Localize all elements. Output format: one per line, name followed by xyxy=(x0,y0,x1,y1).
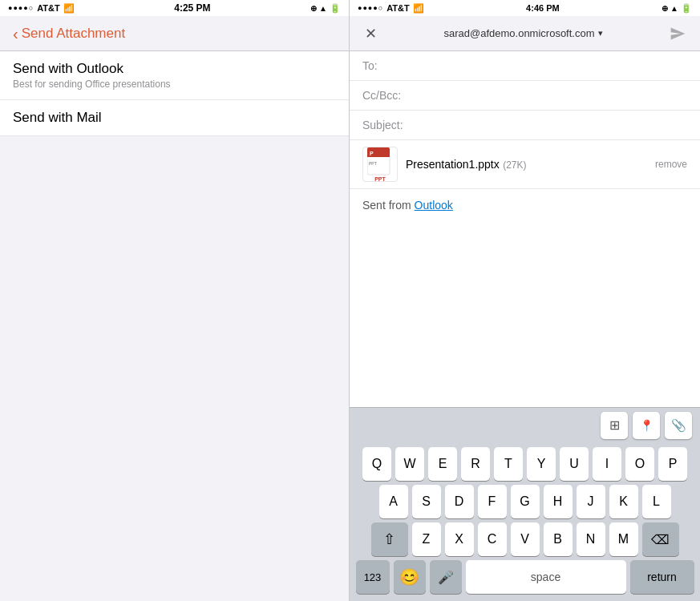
back-button[interactable]: ‹ Send Attachment xyxy=(13,26,125,42)
key-i[interactable]: I xyxy=(593,447,621,481)
key-c[interactable]: C xyxy=(478,522,507,556)
key-e[interactable]: E xyxy=(428,447,457,481)
key-m[interactable]: M xyxy=(609,522,638,556)
return-key[interactable]: return xyxy=(630,560,694,594)
send-button[interactable] xyxy=(665,21,690,46)
key-v[interactable]: V xyxy=(511,522,540,556)
key-x[interactable]: X xyxy=(445,522,474,556)
key-j[interactable]: J xyxy=(577,485,605,518)
key-w[interactable]: W xyxy=(395,447,424,481)
svg-text:P: P xyxy=(370,151,374,156)
nav-title-left: Send Attachment xyxy=(22,26,125,42)
attachment-details: Presentation1.pptx (27K) xyxy=(406,157,649,171)
sent-from-text: Sent from xyxy=(362,199,415,212)
key-d[interactable]: D xyxy=(445,485,474,518)
key-f[interactable]: F xyxy=(478,485,507,518)
wifi-icon-right: 📶 xyxy=(413,3,424,14)
signal-dots-left: ●●●●○ xyxy=(8,4,34,12)
keyboard-row-4: 123 😊 🎤 space return xyxy=(352,560,698,594)
keyboard-toolbar: ⊞ 📍 📎 xyxy=(350,407,700,442)
location-icon-right: ⊕ xyxy=(662,4,668,13)
from-email: sarad@afdemo.onmicrosoft.com xyxy=(443,27,594,39)
mic-key[interactable]: 🎤 xyxy=(430,560,462,594)
attachment-row: P PPT PPT Presentation1.pptx (27K) remov… xyxy=(350,140,700,189)
key-z[interactable]: Z xyxy=(412,522,441,556)
numbers-key[interactable]: 123 xyxy=(356,560,390,594)
shift-key[interactable]: ⇧ xyxy=(371,522,408,556)
attachment-size: (27K) xyxy=(503,159,526,171)
chevron-down-icon: ▾ xyxy=(598,28,603,38)
compose-fields: To: Cc/Bcc: Subject: xyxy=(350,51,700,140)
keyboard: Q W E R T Y U I O P A S D F G H J K L ⇧ … xyxy=(350,442,700,601)
photo-toolbar-button[interactable]: ⊞ xyxy=(601,412,628,439)
send-with-mail-title: Send with Mail xyxy=(13,110,336,126)
keyboard-row-1: Q W E R T Y U I O P xyxy=(352,447,698,481)
send-with-mail-item[interactable]: Send with Mail xyxy=(0,100,349,136)
keyboard-row-3: ⇧ Z X C V B N M ⌫ xyxy=(352,522,698,556)
subject-field-row: Subject: xyxy=(350,111,700,139)
to-field-row: To: xyxy=(350,51,700,81)
time-right: 4:46 PM xyxy=(526,3,560,13)
battery-icon-left: 🔋 xyxy=(330,3,341,14)
send-with-outlook-item[interactable]: Send with Outlook Best for sending Offic… xyxy=(0,51,349,100)
key-k[interactable]: K xyxy=(609,485,638,518)
signal-icon-right: ▲ xyxy=(670,4,678,13)
to-label: To: xyxy=(362,59,407,72)
svg-text:PPT: PPT xyxy=(369,161,377,166)
outlook-link[interactable]: Outlook xyxy=(415,199,453,212)
signal-icon-left: ▲ xyxy=(319,4,327,13)
wifi-icon-left: 📶 xyxy=(63,3,75,14)
compose-body[interactable]: Sent from Outlook xyxy=(350,189,700,407)
left-panel: ●●●●○ AT&T 📶 4:25 PM ⊕ ▲ 🔋 ‹ Send Attach… xyxy=(0,0,350,601)
emoji-key[interactable]: 😊 xyxy=(394,560,426,594)
backspace-key[interactable]: ⌫ xyxy=(642,522,679,556)
key-g[interactable]: G xyxy=(511,485,540,518)
key-b[interactable]: B xyxy=(544,522,573,556)
space-key[interactable]: space xyxy=(466,560,626,594)
signal-dots-right: ●●●●○ xyxy=(358,4,383,12)
remove-attachment-button[interactable]: remove xyxy=(649,159,687,170)
battery-icon-right: 🔋 xyxy=(681,3,692,14)
key-r[interactable]: R xyxy=(461,447,490,481)
key-y[interactable]: Y xyxy=(527,447,556,481)
key-l[interactable]: L xyxy=(642,485,671,518)
ccbcc-input[interactable] xyxy=(407,89,687,102)
ppt-label: PPT xyxy=(374,176,386,182)
subject-input[interactable] xyxy=(407,119,687,131)
attach-toolbar-button[interactable]: 📎 xyxy=(665,412,692,439)
time-left: 4:25 PM xyxy=(174,2,210,14)
status-bar-right: ●●●●○ AT&T 📶 4:46 PM ⊕ ▲ 🔋 xyxy=(350,0,700,16)
key-s[interactable]: S xyxy=(412,485,441,518)
ccbcc-field-row: Cc/Bcc: xyxy=(350,81,700,111)
send-with-outlook-subtitle: Best for sending Office presentations xyxy=(13,79,336,90)
photo-icon: ⊞ xyxy=(609,417,620,433)
location-icon-left: ⊕ xyxy=(310,4,317,13)
status-bar-left: ●●●●○ AT&T 📶 4:25 PM ⊕ ▲ 🔋 xyxy=(0,0,349,16)
key-o[interactable]: O xyxy=(625,447,654,481)
from-selector[interactable]: sarad@afdemo.onmicrosoft.com ▾ xyxy=(443,27,602,39)
carrier-left: AT&T xyxy=(37,3,60,13)
key-h[interactable]: H xyxy=(544,485,573,518)
to-input[interactable] xyxy=(407,59,687,72)
close-button[interactable]: ✕ xyxy=(359,22,382,45)
attach-icon: 📎 xyxy=(671,418,686,433)
location-toolbar-button[interactable]: 📍 xyxy=(633,412,660,439)
nav-bar-left: ‹ Send Attachment xyxy=(0,16,349,51)
key-n[interactable]: N xyxy=(577,522,605,556)
key-p[interactable]: P xyxy=(658,447,687,481)
key-a[interactable]: A xyxy=(379,485,408,518)
key-q[interactable]: Q xyxy=(362,447,391,481)
send-icon xyxy=(670,26,686,42)
back-chevron-icon: ‹ xyxy=(13,26,18,42)
key-t[interactable]: T xyxy=(494,447,523,481)
right-panel: ●●●●○ AT&T 📶 4:46 PM ⊕ ▲ 🔋 ✕ sarad@afdem… xyxy=(350,0,700,601)
subject-label: Subject: xyxy=(362,119,407,131)
attachment-icon-container: P PPT PPT xyxy=(362,147,398,182)
location-icon: 📍 xyxy=(640,419,653,432)
attachment-filename: Presentation1.pptx xyxy=(406,158,500,171)
keyboard-row-2: A S D F G H J K L xyxy=(352,485,698,518)
carrier-right: AT&T xyxy=(386,3,410,13)
key-u[interactable]: U xyxy=(560,447,589,481)
send-with-outlook-title: Send with Outlook xyxy=(13,61,336,77)
pptx-file-icon: P PPT xyxy=(367,147,393,176)
